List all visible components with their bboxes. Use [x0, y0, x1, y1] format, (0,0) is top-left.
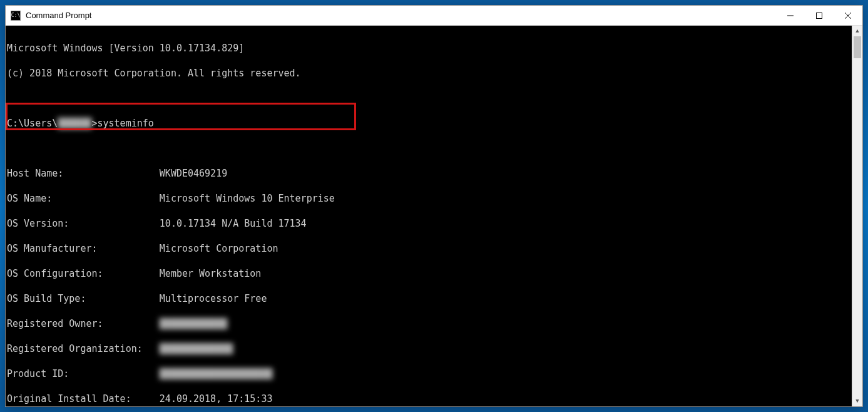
- titlebar[interactable]: C:\ Command Prompt: [6, 6, 862, 26]
- kv-row: OS Manufacturer: Microsoft Corporation: [7, 242, 852, 255]
- cmd-icon: C:\: [11, 11, 21, 21]
- terminal-area: Microsoft Windows [Version 10.0.17134.82…: [6, 26, 862, 406]
- kv-row: Original Install Date: 24.09.2018, 17:15…: [7, 393, 852, 405]
- vertical-scrollbar[interactable]: ▲ ▼: [852, 26, 862, 406]
- svg-rect-1: [817, 13, 822, 18]
- redacted-value: █████████████: [160, 342, 233, 355]
- minimize-button[interactable]: [776, 6, 805, 25]
- redacted-user: ██████: [58, 117, 91, 130]
- kv-row: Product ID: ████████████████████: [7, 368, 852, 380]
- prompt-line: C:\Users\██████>systeminfo: [7, 117, 852, 130]
- scroll-track[interactable]: [852, 36, 862, 396]
- scroll-up-button[interactable]: ▲: [852, 26, 862, 36]
- window-controls: [776, 6, 862, 25]
- kv-row: OS Build Type: Multiprocessor Free: [7, 292, 852, 305]
- kv-row: Registered Organization: █████████████: [7, 342, 852, 355]
- kv-row: OS Version: 10.0.17134 N/A Build 17134: [7, 217, 852, 230]
- maximize-button[interactable]: [805, 6, 834, 25]
- scroll-thumb[interactable]: [854, 36, 861, 58]
- kv-row: OS Name: Microsoft Windows 10 Enterprise: [7, 192, 852, 205]
- kv-row: OS Configuration: Member Workstation: [7, 267, 852, 280]
- terminal-output[interactable]: Microsoft Windows [Version 10.0.17134.82…: [6, 26, 852, 406]
- scroll-down-button[interactable]: ▼: [852, 396, 862, 406]
- redacted-value: ████████████████████: [160, 368, 273, 380]
- kv-row: Registered Owner: ████████████: [7, 317, 852, 330]
- blank-line: [7, 142, 852, 155]
- kv-row: Host Name: WKWDE0469219: [7, 167, 852, 180]
- redacted-value: ████████████: [160, 317, 227, 330]
- cmd-window: C:\ Command Prompt Microsoft Windows [Ve…: [5, 5, 863, 407]
- banner-line: (c) 2018 Microsoft Corporation. All righ…: [7, 67, 852, 80]
- blank-line: [7, 92, 852, 105]
- close-button[interactable]: [834, 6, 862, 25]
- banner-line: Microsoft Windows [Version 10.0.17134.82…: [7, 42, 852, 54]
- window-title: Command Prompt: [26, 11, 776, 20]
